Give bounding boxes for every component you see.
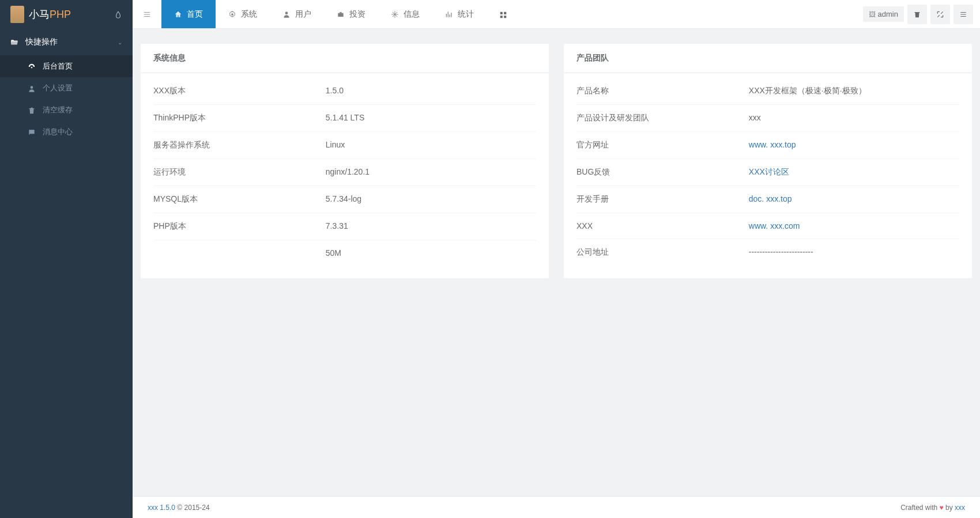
- sidebar-item-clear-cache[interactable]: 清空缓存: [0, 99, 133, 121]
- topnav-right: admin: [863, 0, 980, 28]
- info-value-link[interactable]: www. xxx.top: [749, 140, 796, 150]
- info-row: 产品名称XXX开发框架（极速·极简·极致）: [576, 78, 959, 105]
- info-value: Linux: [326, 140, 345, 150]
- info-row: 服务器操作系统Linux: [153, 132, 536, 159]
- topnav-item-home[interactable]: 首页: [161, 0, 216, 28]
- sidebar-item-label: 消息中心: [43, 127, 73, 137]
- snowflake-icon: [391, 10, 399, 19]
- svg-rect-7: [504, 16, 506, 18]
- nav-group-label: 快捷操作: [25, 37, 58, 47]
- info-value-link[interactable]: XXX讨论区: [749, 167, 789, 177]
- topnav-item-label: 信息: [404, 9, 420, 20]
- info-label: XXX: [576, 221, 749, 230]
- trash-button[interactable]: [907, 5, 927, 24]
- info-value: 5.7.34-log: [326, 194, 361, 205]
- topnav-item-label: 系统: [241, 9, 257, 20]
- info-row: PHP版本7.3.31: [153, 213, 536, 240]
- info-value-link[interactable]: doc. xxx.top: [749, 194, 792, 205]
- comment-icon: [28, 127, 36, 137]
- nav-group-title[interactable]: 快捷操作 ⌄: [0, 29, 133, 55]
- panel-body: 产品名称XXX开发框架（极速·极简·极致）产品设计及研发团队xxx官方网址www…: [564, 73, 972, 278]
- chevron-down-icon: ⌄: [118, 39, 122, 46]
- panel-body: XXX版本1.5.0ThinkPHP版本5.1.41 LTS服务器操作系统Lin…: [141, 73, 549, 278]
- sidebar-item-label: 清空缓存: [43, 105, 73, 115]
- drop-icon[interactable]: [114, 10, 122, 19]
- sidebar-item-label: 后台首页: [43, 61, 73, 71]
- svg-rect-6: [500, 16, 503, 18]
- trash-icon: [913, 10, 921, 19]
- grid-icon: [499, 9, 507, 18]
- user-icon: [282, 10, 291, 19]
- footer-left: xxx 1.5.0 © 2015-24: [148, 504, 210, 512]
- topnav-item-stats[interactable]: 统计: [432, 0, 487, 28]
- footer-author-link[interactable]: xxx: [955, 504, 965, 512]
- info-value: nginx/1.20.1: [326, 167, 370, 177]
- info-row: 公司地址------------------------: [576, 239, 959, 266]
- info-label: BUG反馈: [576, 167, 749, 177]
- main: 首页 系统 用户 投资 信息: [133, 0, 980, 518]
- info-row: XXXwww. xxx.com: [576, 213, 959, 239]
- dashboard-icon: [28, 62, 36, 71]
- info-row: XXX版本1.5.0: [153, 78, 536, 105]
- footer-version-link[interactable]: xxx 1.5.0: [148, 504, 175, 512]
- info-label: PHP版本: [153, 221, 326, 232]
- topnav-item-label: 首页: [187, 9, 203, 20]
- info-row: MYSQL版本5.7.34-log: [153, 186, 536, 213]
- gear-icon: [228, 10, 236, 19]
- user-name: admin: [878, 10, 898, 18]
- list-icon: [959, 10, 967, 19]
- info-label: [153, 248, 326, 258]
- fullscreen-button[interactable]: [930, 5, 950, 24]
- info-value: ------------------------: [749, 247, 813, 258]
- info-label: 产品设计及研发团队: [576, 113, 749, 123]
- sidebar-logo: 小马PHP: [0, 0, 133, 29]
- panel-title: 系统信息: [141, 44, 549, 73]
- expand-icon: [936, 10, 944, 19]
- topnav-item-system[interactable]: 系统: [216, 0, 270, 28]
- info-value-link[interactable]: www. xxx.com: [749, 221, 800, 230]
- user-badge[interactable]: admin: [863, 6, 904, 22]
- topnav-item-label: 统计: [458, 9, 474, 20]
- info-label: 服务器操作系统: [153, 140, 326, 150]
- panel-product-team: 产品团队 产品名称XXX开发框架（极速·极简·极致）产品设计及研发团队xxx官方…: [564, 44, 972, 278]
- topnav-left: 首页 系统 用户 投资 信息: [133, 0, 520, 28]
- info-value: 5.1.41 LTS: [326, 113, 364, 123]
- info-value: 1.5.0: [326, 86, 344, 96]
- info-row: 50M: [153, 240, 536, 266]
- info-label: 运行环境: [153, 167, 326, 177]
- brand-part2: PHP: [50, 9, 71, 20]
- svg-point-3: [285, 12, 288, 15]
- info-label: ThinkPHP版本: [153, 113, 326, 123]
- svg-point-0: [31, 67, 32, 68]
- sidebar-item-home[interactable]: 后台首页: [0, 55, 133, 77]
- footer-text: Crafted with: [900, 504, 939, 512]
- svg-point-2: [231, 14, 233, 16]
- logo-icon: [10, 6, 24, 23]
- chart-icon: [445, 10, 453, 19]
- topnav-item-label: 用户: [295, 9, 311, 20]
- menu-button[interactable]: [953, 5, 973, 24]
- topnav-item-invest[interactable]: 投资: [324, 0, 378, 28]
- footer-text: by: [944, 504, 955, 512]
- topnav-item-info[interactable]: 信息: [378, 0, 432, 28]
- heart-icon: ♥: [940, 504, 944, 512]
- info-label: XXX版本: [153, 86, 326, 96]
- hamburger-toggle[interactable]: [133, 0, 161, 28]
- topnav-item-user[interactable]: 用户: [270, 0, 324, 28]
- info-value: XXX开发框架（极速·极简·极致）: [749, 86, 866, 96]
- trash-icon: [28, 105, 36, 115]
- sidebar-item-profile[interactable]: 个人设置: [0, 77, 133, 99]
- folder-open-icon: [10, 37, 18, 47]
- nav-group-quick: 快捷操作 ⌄ 后台首页 个人设置 清空缓存 消息中心: [0, 29, 133, 143]
- info-label: 公司地址: [576, 247, 749, 258]
- sidebar-item-messages[interactable]: 消息中心: [0, 121, 133, 143]
- footer-copyright: © 2015-24: [175, 504, 210, 512]
- info-label: 官方网址: [576, 140, 749, 150]
- info-row: 开发手册doc. xxx.top: [576, 186, 959, 213]
- briefcase-icon: [337, 10, 345, 19]
- topnav: 首页 系统 用户 投资 信息: [133, 0, 980, 29]
- info-value: 7.3.31: [326, 221, 348, 232]
- svg-rect-4: [500, 12, 503, 14]
- topnav-apps-button[interactable]: [487, 0, 520, 28]
- info-label: 产品名称: [576, 86, 749, 96]
